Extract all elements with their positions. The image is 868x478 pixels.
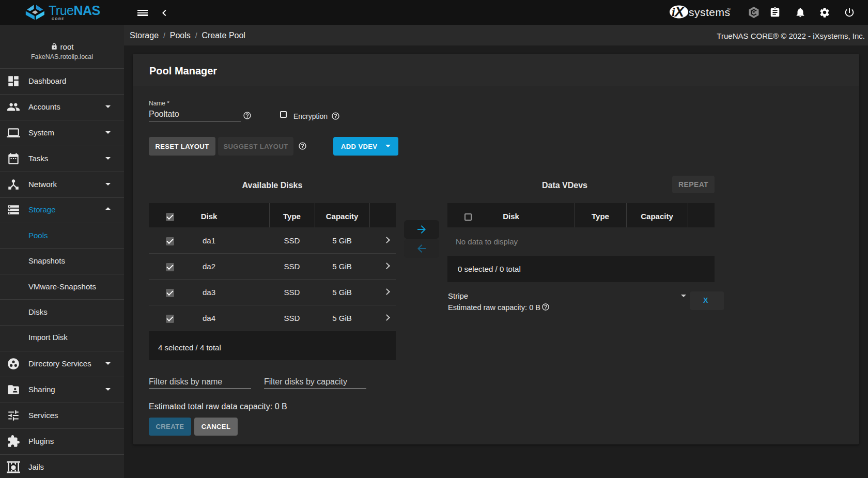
svg-text:™: ™: [727, 8, 731, 11]
svg-text:X: X: [674, 5, 685, 20]
svg-text:systems: systems: [689, 6, 731, 18]
